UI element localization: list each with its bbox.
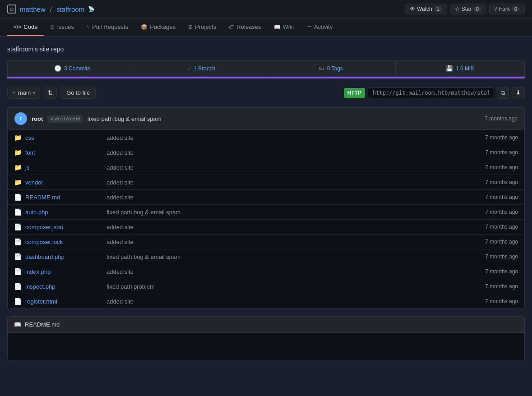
file-name[interactable]: README.md bbox=[25, 194, 106, 201]
copy-url-button[interactable]: ⧉ bbox=[497, 87, 509, 99]
file-icon: 📄 bbox=[14, 223, 22, 230]
branches-stat[interactable]: ⑂ 1 Branch bbox=[137, 60, 267, 76]
file-name[interactable]: font bbox=[25, 149, 106, 156]
table-row: 📄 inspect.php fixed path problem 7 month… bbox=[8, 279, 524, 294]
file-time: 7 months ago bbox=[464, 164, 518, 170]
fork-icon: ⑂ bbox=[494, 6, 497, 12]
download-icon: ⬇ bbox=[516, 89, 521, 96]
star-count: 0 bbox=[473, 6, 481, 12]
file-time: 7 months ago bbox=[464, 283, 518, 290]
file-commit-message: added site bbox=[106, 164, 464, 171]
table-row: 📁 vendor added site 7 months ago bbox=[8, 175, 524, 189]
tab-pull-requests[interactable]: ⑂ Pull Requests bbox=[80, 18, 134, 36]
fork-button[interactable]: ⑂ Fork 0 bbox=[489, 4, 525, 14]
file-name[interactable]: js bbox=[25, 164, 106, 171]
file-list-container: r root 4b6cd76598 fixed path bug & email… bbox=[7, 107, 525, 309]
tags-stat[interactable]: 🏷 0 Tags bbox=[266, 60, 396, 76]
pr-tab-icon: ⑂ bbox=[87, 24, 90, 30]
goto-file-label: Go to file bbox=[66, 89, 90, 96]
table-row: 📁 js added site 7 months ago bbox=[8, 160, 524, 175]
commit-message: fixed path bug & email spam bbox=[88, 115, 481, 122]
folder-icon: 📁 bbox=[14, 164, 22, 171]
commit-header: r root 4b6cd76598 fixed path bug & email… bbox=[8, 107, 524, 130]
tab-issues-label: Issues bbox=[57, 23, 74, 30]
projects-tab-icon: ⊞ bbox=[188, 24, 193, 30]
download-button[interactable]: ⬇ bbox=[512, 87, 525, 98]
commits-count: 3 Commits bbox=[64, 65, 90, 72]
tab-packages[interactable]: 📦 Packages bbox=[134, 18, 182, 36]
file-name[interactable]: auth.php bbox=[25, 209, 106, 216]
packages-tab-icon: 📦 bbox=[141, 24, 148, 30]
repo-actions: 👁 Watch 1 ☆ Star 0 ⑂ Fork 0 bbox=[405, 4, 525, 14]
readme-header: 📖 README.md bbox=[8, 317, 524, 333]
file-commit-message: fixed path bug & email spam bbox=[106, 209, 464, 216]
readme-section: 📖 README.md bbox=[7, 316, 525, 360]
table-row: 📄 auth.php fixed path bug & email spam 7… bbox=[8, 204, 524, 219]
branch-selector[interactable]: ⑂ main ▾ bbox=[7, 87, 40, 99]
file-time: 7 months ago bbox=[464, 298, 518, 304]
branch-count: 1 Branch bbox=[194, 65, 215, 72]
copy-icon: ⧉ bbox=[501, 89, 505, 96]
tab-releases[interactable]: 🏷 Releases bbox=[222, 18, 267, 36]
goto-file-button[interactable]: Go to file bbox=[60, 87, 96, 99]
fork-label: Fork bbox=[499, 6, 510, 12]
commits-stat[interactable]: 🕐 3 Commits bbox=[8, 60, 137, 76]
file-commit-message: added site bbox=[106, 224, 464, 230]
file-name[interactable]: dashboard.php bbox=[25, 253, 106, 260]
file-name[interactable]: css bbox=[25, 134, 106, 141]
table-row: 📁 font added site 7 months ago bbox=[8, 145, 524, 160]
rss-icon: 📡 bbox=[88, 6, 95, 12]
tab-issues[interactable]: ⊙ Issues bbox=[44, 18, 80, 36]
repo-title: ⊡ matthew / staffroom 📡 bbox=[7, 5, 95, 14]
file-name[interactable]: composer.json bbox=[25, 224, 106, 230]
table-row: 📁 css added site 7 months ago bbox=[8, 130, 524, 145]
branch-icon: ⑂ bbox=[187, 65, 191, 72]
tab-activity[interactable]: 〜 Activity bbox=[300, 18, 339, 36]
clone-url-input[interactable] bbox=[368, 87, 494, 98]
file-icon: 📄 bbox=[14, 283, 22, 290]
repo-description: staffroom's site repo bbox=[7, 46, 525, 53]
file-name[interactable]: index.php bbox=[25, 268, 106, 275]
activity-tab-icon: 〜 bbox=[306, 23, 312, 31]
watch-button[interactable]: 👁 Watch 1 bbox=[405, 4, 447, 14]
owner-link[interactable]: matthew bbox=[20, 5, 46, 13]
repo-link[interactable]: staffroom bbox=[56, 5, 84, 13]
file-icon: 📄 bbox=[14, 208, 22, 216]
readme-body bbox=[8, 333, 524, 360]
eye-icon: 👁 bbox=[410, 6, 415, 12]
tab-projects[interactable]: ⊞ Projects bbox=[182, 18, 222, 36]
file-commit-message: added site bbox=[106, 194, 464, 201]
repo-size: 1.6 MiB bbox=[456, 65, 474, 72]
file-name[interactable]: vendor bbox=[25, 179, 106, 186]
branch-name: main bbox=[18, 89, 31, 96]
file-name[interactable]: composer.lock bbox=[25, 239, 106, 245]
http-badge[interactable]: HTTP bbox=[344, 88, 365, 98]
tab-wiki[interactable]: 📖 Wiki bbox=[268, 18, 301, 36]
watch-label: Watch bbox=[417, 6, 432, 12]
table-row: 📄 README.md added site 7 months ago bbox=[8, 189, 524, 204]
file-icon: 📄 bbox=[14, 253, 22, 260]
sync-button[interactable]: ⇅ bbox=[44, 87, 57, 99]
language-bar-container bbox=[7, 77, 525, 78]
file-name[interactable]: register.html bbox=[25, 298, 106, 305]
size-stat: 💾 1.6 MiB bbox=[396, 60, 525, 76]
file-time: 7 months ago bbox=[464, 239, 518, 245]
commit-author[interactable]: root bbox=[32, 115, 43, 122]
commit-hash[interactable]: 4b6cd76598 bbox=[47, 115, 83, 123]
star-button[interactable]: ☆ Star 0 bbox=[450, 4, 486, 14]
table-row: 📄 index.php added site 7 months ago bbox=[8, 264, 524, 279]
file-commit-message: added site bbox=[106, 149, 464, 156]
tag-icon: 🏷 bbox=[319, 65, 324, 72]
tab-code[interactable]: </> Code bbox=[7, 18, 44, 36]
book-icon: 📖 bbox=[14, 321, 21, 328]
file-name[interactable]: inspect.php bbox=[25, 283, 106, 290]
star-icon: ☆ bbox=[455, 6, 460, 12]
file-time: 7 months ago bbox=[464, 224, 518, 230]
tab-packages-label: Packages bbox=[150, 23, 176, 30]
table-row: 📄 register.html added site 7 months ago bbox=[8, 294, 524, 309]
avatar: r bbox=[14, 112, 27, 125]
commit-time: 7 months ago bbox=[485, 115, 518, 122]
file-icon: 📄 bbox=[14, 238, 22, 245]
stats-bar: 🕐 3 Commits ⑂ 1 Branch 🏷 0 Tags 💾 1.6 Mi… bbox=[7, 60, 525, 77]
file-time: 7 months ago bbox=[464, 134, 518, 141]
